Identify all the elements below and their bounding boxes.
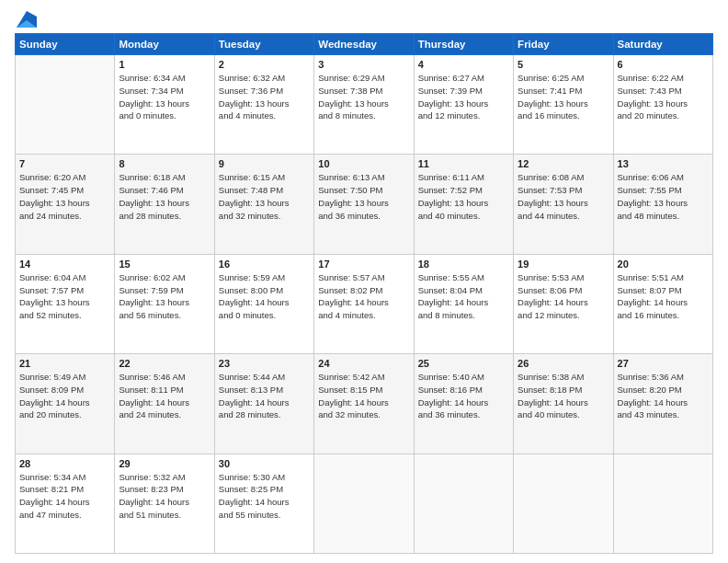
header-day-wednesday: Wednesday: [314, 34, 414, 55]
day-number: 24: [318, 358, 409, 369]
day-info: Sunrise: 6:04 AMSunset: 7:57 PMDaylight:…: [19, 271, 110, 322]
calendar-cell: 10Sunrise: 6:13 AMSunset: 7:50 PMDayligh…: [314, 155, 414, 254]
day-info: Sunrise: 5:34 AMSunset: 8:21 PMDaylight:…: [19, 471, 110, 522]
day-number: 10: [318, 158, 409, 169]
day-number: 1: [119, 59, 210, 70]
day-info: Sunrise: 6:34 AMSunset: 7:34 PMDaylight:…: [119, 72, 210, 122]
week-row-3: 21Sunrise: 5:49 AMSunset: 8:09 PMDayligh…: [16, 354, 713, 454]
day-number: 7: [19, 158, 110, 169]
day-number: 25: [418, 358, 509, 369]
day-info: Sunrise: 5:40 AMSunset: 8:16 PMDaylight:…: [418, 371, 509, 421]
day-number: 14: [19, 259, 110, 270]
day-info: Sunrise: 5:30 AMSunset: 8:25 PMDaylight:…: [219, 471, 310, 522]
calendar-cell: 13Sunrise: 6:06 AMSunset: 7:55 PMDayligh…: [613, 155, 712, 254]
day-info: Sunrise: 5:53 AMSunset: 8:06 PMDaylight:…: [518, 271, 609, 322]
day-number: 15: [119, 259, 210, 270]
header: [15, 11, 713, 28]
day-info: Sunrise: 5:44 AMSunset: 8:13 PMDaylight:…: [219, 371, 310, 421]
day-info: Sunrise: 6:27 AMSunset: 7:39 PMDaylight:…: [418, 72, 509, 122]
calendar-cell: 26Sunrise: 5:38 AMSunset: 8:18 PMDayligh…: [514, 354, 613, 454]
calendar-cell: [16, 55, 115, 155]
calendar-table: SundayMondayTuesdayWednesdayThursdayFrid…: [15, 33, 713, 554]
calendar-cell: [314, 454, 414, 553]
day-info: Sunrise: 6:11 AMSunset: 7:52 PMDaylight:…: [418, 171, 509, 222]
day-number: 28: [19, 458, 110, 469]
logo: [15, 11, 39, 28]
calendar-cell: 6Sunrise: 6:22 AMSunset: 7:43 PMDaylight…: [613, 55, 712, 155]
calendar-cell: [514, 454, 613, 553]
day-info: Sunrise: 5:38 AMSunset: 8:18 PMDaylight:…: [518, 371, 609, 421]
day-number: 9: [219, 158, 310, 169]
calendar-cell: 18Sunrise: 5:55 AMSunset: 8:04 PMDayligh…: [414, 254, 513, 353]
week-row-0: 1Sunrise: 6:34 AMSunset: 7:34 PMDaylight…: [16, 55, 713, 155]
calendar-cell: 23Sunrise: 5:44 AMSunset: 8:13 PMDayligh…: [214, 354, 313, 454]
calendar-page: SundayMondayTuesdayWednesdayThursdayFrid…: [0, 0, 728, 563]
day-info: Sunrise: 5:51 AMSunset: 8:07 PMDaylight:…: [618, 271, 709, 322]
week-row-1: 7Sunrise: 6:20 AMSunset: 7:45 PMDaylight…: [16, 155, 713, 254]
calendar-cell: 17Sunrise: 5:57 AMSunset: 8:02 PMDayligh…: [314, 254, 414, 353]
week-row-2: 14Sunrise: 6:04 AMSunset: 7:57 PMDayligh…: [16, 254, 713, 353]
header-day-tuesday: Tuesday: [214, 34, 313, 55]
calendar-cell: 14Sunrise: 6:04 AMSunset: 7:57 PMDayligh…: [16, 254, 115, 353]
calendar-cell: 2Sunrise: 6:32 AMSunset: 7:36 PMDaylight…: [214, 55, 313, 155]
day-number: 30: [219, 458, 310, 469]
day-number: 6: [618, 59, 709, 70]
day-info: Sunrise: 6:08 AMSunset: 7:53 PMDaylight:…: [518, 171, 609, 222]
day-info: Sunrise: 6:22 AMSunset: 7:43 PMDaylight:…: [618, 72, 709, 122]
calendar-cell: [414, 454, 513, 553]
day-number: 18: [418, 259, 509, 270]
header-day-saturday: Saturday: [613, 34, 712, 55]
day-number: 23: [219, 358, 310, 369]
calendar-cell: 19Sunrise: 5:53 AMSunset: 8:06 PMDayligh…: [514, 254, 613, 353]
calendar-cell: 9Sunrise: 6:15 AMSunset: 7:48 PMDaylight…: [214, 155, 313, 254]
header-day-friday: Friday: [514, 34, 613, 55]
day-number: 19: [518, 259, 609, 270]
calendar-cell: 22Sunrise: 5:46 AMSunset: 8:11 PMDayligh…: [115, 354, 214, 454]
day-info: Sunrise: 5:59 AMSunset: 8:00 PMDaylight:…: [219, 271, 310, 322]
day-info: Sunrise: 5:46 AMSunset: 8:11 PMDaylight:…: [119, 371, 210, 421]
calendar-cell: 4Sunrise: 6:27 AMSunset: 7:39 PMDaylight…: [414, 55, 513, 155]
calendar-cell: 7Sunrise: 6:20 AMSunset: 7:45 PMDaylight…: [16, 155, 115, 254]
calendar-cell: 12Sunrise: 6:08 AMSunset: 7:53 PMDayligh…: [514, 155, 613, 254]
calendar-cell: 21Sunrise: 5:49 AMSunset: 8:09 PMDayligh…: [16, 354, 115, 454]
header-day-monday: Monday: [115, 34, 214, 55]
day-number: 8: [119, 158, 210, 169]
day-info: Sunrise: 6:20 AMSunset: 7:45 PMDaylight:…: [19, 171, 110, 222]
day-number: 12: [518, 158, 609, 169]
day-number: 17: [318, 259, 409, 270]
day-number: 26: [518, 358, 609, 369]
calendar-cell: 3Sunrise: 6:29 AMSunset: 7:38 PMDaylight…: [314, 55, 414, 155]
header-day-sunday: Sunday: [16, 34, 115, 55]
calendar-cell: 11Sunrise: 6:11 AMSunset: 7:52 PMDayligh…: [414, 155, 513, 254]
day-info: Sunrise: 5:36 AMSunset: 8:20 PMDaylight:…: [618, 371, 709, 421]
day-number: 13: [618, 158, 709, 169]
calendar-cell: 27Sunrise: 5:36 AMSunset: 8:20 PMDayligh…: [613, 354, 712, 454]
day-info: Sunrise: 6:13 AMSunset: 7:50 PMDaylight:…: [318, 171, 409, 222]
day-info: Sunrise: 6:06 AMSunset: 7:55 PMDaylight:…: [618, 171, 709, 222]
day-info: Sunrise: 6:25 AMSunset: 7:41 PMDaylight:…: [518, 72, 609, 122]
calendar-cell: 16Sunrise: 5:59 AMSunset: 8:00 PMDayligh…: [214, 254, 313, 353]
calendar-cell: 15Sunrise: 6:02 AMSunset: 7:59 PMDayligh…: [115, 254, 214, 353]
day-number: 20: [618, 259, 709, 270]
calendar-cell: 25Sunrise: 5:40 AMSunset: 8:16 PMDayligh…: [414, 354, 513, 454]
calendar-cell: 24Sunrise: 5:42 AMSunset: 8:15 PMDayligh…: [314, 354, 414, 454]
day-info: Sunrise: 5:32 AMSunset: 8:23 PMDaylight:…: [119, 471, 210, 522]
day-info: Sunrise: 5:42 AMSunset: 8:15 PMDaylight:…: [318, 371, 409, 421]
calendar-cell: 30Sunrise: 5:30 AMSunset: 8:25 PMDayligh…: [214, 454, 313, 553]
calendar-cell: 28Sunrise: 5:34 AMSunset: 8:21 PMDayligh…: [16, 454, 115, 553]
day-info: Sunrise: 6:15 AMSunset: 7:48 PMDaylight:…: [219, 171, 310, 222]
calendar-cell: 1Sunrise: 6:34 AMSunset: 7:34 PMDaylight…: [115, 55, 214, 155]
day-number: 16: [219, 259, 310, 270]
day-number: 4: [418, 59, 509, 70]
calendar-cell: 5Sunrise: 6:25 AMSunset: 7:41 PMDaylight…: [514, 55, 613, 155]
day-number: 11: [418, 158, 509, 169]
day-info: Sunrise: 5:57 AMSunset: 8:02 PMDaylight:…: [318, 271, 409, 322]
day-info: Sunrise: 5:55 AMSunset: 8:04 PMDaylight:…: [418, 271, 509, 322]
day-info: Sunrise: 6:18 AMSunset: 7:46 PMDaylight:…: [119, 171, 210, 222]
day-info: Sunrise: 6:32 AMSunset: 7:36 PMDaylight:…: [219, 72, 310, 122]
logo-icon: [17, 11, 37, 28]
calendar-cell: 8Sunrise: 6:18 AMSunset: 7:46 PMDaylight…: [115, 155, 214, 254]
week-row-4: 28Sunrise: 5:34 AMSunset: 8:21 PMDayligh…: [16, 454, 713, 553]
calendar-cell: [613, 454, 712, 553]
day-info: Sunrise: 6:02 AMSunset: 7:59 PMDaylight:…: [119, 271, 210, 322]
